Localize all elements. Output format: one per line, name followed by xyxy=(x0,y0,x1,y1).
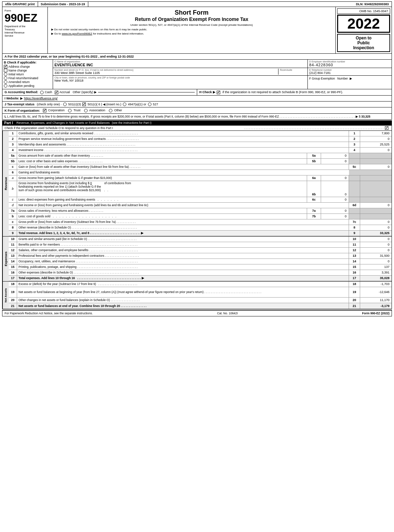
open-to-public: Open to Public Inspection xyxy=(337,34,390,52)
row-line: 19 xyxy=(349,287,360,297)
row-desc: Professional fees and other payments to … xyxy=(17,253,349,258)
sub-line-label: 6a xyxy=(307,175,321,181)
part1-check-text: Check if the organization used Schedule … xyxy=(5,126,113,130)
g-other-label: Other (specify) ▶ xyxy=(73,90,97,94)
row-number: c xyxy=(9,164,17,170)
address-change-label: Address change xyxy=(8,65,30,68)
l-value: 33,325 xyxy=(361,115,370,118)
g-accrual-radio xyxy=(55,90,59,94)
row-number: a xyxy=(9,175,17,181)
net-assets-rows: 18 Excess or (deficit) for the year (Sub… xyxy=(9,282,392,309)
row-value: 0 xyxy=(360,219,392,225)
initial-return-label: Initial return xyxy=(8,73,24,76)
row-desc: Other changes in net assets or fund bala… xyxy=(17,298,349,303)
section-b-label: B Check if applicable: xyxy=(4,61,51,64)
submission-label: Submission Date - 2023-10-19 xyxy=(38,2,88,7)
row-desc: Gross income from gaming (attach Schedul… xyxy=(17,175,307,181)
inspection-label: Inspection xyxy=(339,45,388,50)
initial-return-radio[interactable] xyxy=(4,73,7,76)
table-row: d Net income or (loss) from gaming and f… xyxy=(9,203,392,208)
name-change-checkbox[interactable] xyxy=(4,69,7,72)
row-desc: Net assets or fund balances at end of ye… xyxy=(17,303,349,309)
final-return-radio[interactable] xyxy=(4,76,7,80)
section-l: L L Add lines 5b, 6c, and 7b to line 9 t… xyxy=(2,114,392,120)
row-desc: Less: cost of goods sold . . . . . . . .… xyxy=(17,214,307,219)
row-number: 6 xyxy=(9,170,17,175)
year: 2022 xyxy=(337,15,390,33)
row-desc: Investment income . . . . . . . . . . . … xyxy=(17,148,349,153)
row-value: 7,800 xyxy=(360,131,392,136)
section-c-label: C Name of organization xyxy=(54,60,306,63)
table-row: 16 Other expenses (describe in Schedule … xyxy=(9,270,392,276)
h-text: if the organization is not required to a… xyxy=(223,90,343,94)
dept-line4: Service xyxy=(5,34,45,37)
open-label: Open to xyxy=(339,36,388,40)
public-label: Public xyxy=(339,40,388,45)
top-bar: efile GRAPHIC print Submission Date - 20… xyxy=(2,1,392,7)
row-number: 1 xyxy=(9,131,17,136)
section-j: J Tax-exempt status (check only one) · 5… xyxy=(2,102,392,108)
row-value: 0 xyxy=(360,148,392,153)
application-pending-radio[interactable] xyxy=(4,84,7,88)
section-a: A For the 2022 calendar year, or tax yea… xyxy=(2,54,392,60)
sub-line-value: 0 xyxy=(321,159,349,164)
row-line: 8 xyxy=(349,225,360,230)
shaded-value xyxy=(360,181,392,197)
goto-irs: ▶ Go to www.irs.gov/Form990EZ for instru… xyxy=(51,32,332,35)
row-value: 0 xyxy=(360,259,392,264)
phone-section: E Telephone number (212) 804-7181 xyxy=(308,68,392,76)
shaded-line xyxy=(349,153,360,158)
row-number: 8 xyxy=(9,225,17,230)
expenses-rows: 10 Grants and similar amounts paid (list… xyxy=(9,237,392,281)
row-desc: Gross profit or (loss) from sales of inv… xyxy=(17,219,349,225)
table-row: a Gross income from gaming (attach Sched… xyxy=(9,175,392,181)
goto-link[interactable]: www.irs.gov/Form990EZ xyxy=(62,32,92,35)
amended-return-radio[interactable] xyxy=(4,80,7,84)
revenue-section: Revenue 1 Contributions, gifts, grants, … xyxy=(2,131,392,237)
g-label: G Accounting Method: xyxy=(5,90,38,94)
efile-label: efile GRAPHIC print xyxy=(2,2,38,7)
row-value: 3,391 xyxy=(360,270,392,275)
sub-line-label: 6b xyxy=(307,181,321,197)
row-value: -3,179 xyxy=(360,303,392,309)
row-number: d xyxy=(9,203,17,208)
row-value: 0 xyxy=(360,242,392,247)
part1-check-dots: . . . . . . . . . . . . . . . . . . . . … xyxy=(244,126,389,130)
table-row: 7a Gross sales of inventory, less return… xyxy=(9,208,392,214)
row-desc: Net income or (loss) from gaming and fun… xyxy=(17,203,349,208)
part1-see: (see the instructions for Part I) xyxy=(112,121,151,125)
table-row: 19 Net assets or fund balances at beginn… xyxy=(9,287,392,298)
table-row: 13 Professional fees and other payments … xyxy=(9,253,392,259)
final-return-label: Final return/terminated xyxy=(8,76,38,80)
row-value: 0 xyxy=(360,136,392,142)
i-url[interactable]: https://eventfluence.org/ xyxy=(24,97,58,100)
row-number: c xyxy=(9,197,17,202)
sub-line-label: 7a xyxy=(307,208,321,213)
part1-header: Part I Revenue, Expenses, and Changes in… xyxy=(2,120,392,126)
table-row: b Less: cost of goods sold . . . . . . .… xyxy=(9,214,392,219)
shaded-line xyxy=(349,214,360,219)
net-assets-side-label: Net Assets xyxy=(2,282,9,309)
application-pending-label: Application pending xyxy=(8,84,34,88)
row-number: 9 xyxy=(9,231,17,236)
address-change-checkbox[interactable] xyxy=(4,65,7,68)
part1-check-row: Check if the organization used Schedule … xyxy=(2,126,392,131)
sub-line-value: 0 xyxy=(321,197,349,202)
row-number: 15 xyxy=(9,264,17,270)
dept-line3: Internal Revenue xyxy=(5,31,45,34)
k-other: Other xyxy=(109,108,122,112)
row-desc: Other revenue (describe in Schedule O) .… xyxy=(17,225,349,230)
l-text: L Add lines 5b, 6c, and 7b to line 9 to … xyxy=(7,115,279,118)
row-desc: Total revenue. Add lines 1, 2, 3, 4, 5c,… xyxy=(17,231,349,236)
row-number: 10 xyxy=(9,237,17,242)
row-line: 15 xyxy=(349,264,360,270)
part1-check-box[interactable] xyxy=(385,126,388,130)
row-value: 0 xyxy=(360,164,392,170)
row-line: 12 xyxy=(349,248,360,253)
row-desc: Gross income from fundraising events (no… xyxy=(17,181,307,197)
row-desc: Less: direct expenses from gaming and fu… xyxy=(17,197,307,202)
sub-line-label: 5a xyxy=(307,153,321,158)
form-footer: For Paperwork Reduction Act Notice, see … xyxy=(2,310,392,316)
row-line: 14 xyxy=(349,259,360,264)
row-number: b xyxy=(9,214,17,219)
